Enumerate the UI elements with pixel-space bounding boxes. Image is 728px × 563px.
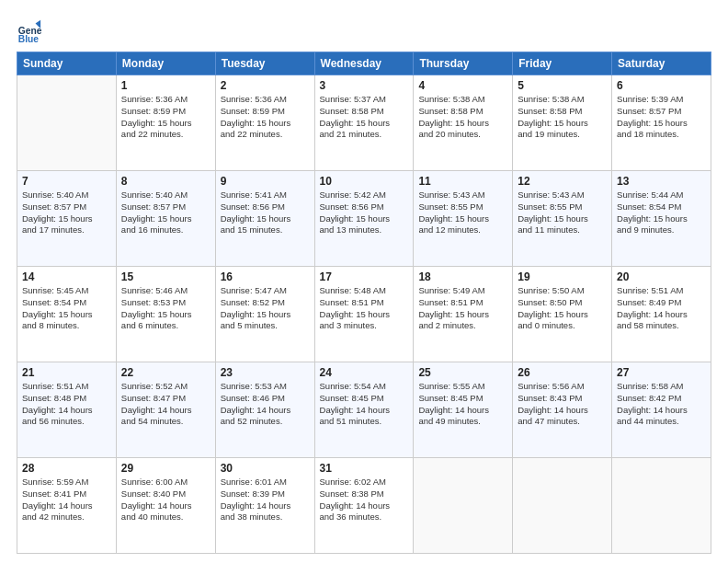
day-info: Sunrise: 5:43 AM Sunset: 8:55 PM Dayligh…	[518, 190, 607, 236]
calendar-cell	[513, 458, 612, 554]
calendar-cell: 9Sunrise: 5:41 AM Sunset: 8:56 PM Daylig…	[215, 171, 314, 267]
calendar-cell: 6Sunrise: 5:39 AM Sunset: 8:57 PM Daylig…	[612, 75, 711, 171]
calendar-cell: 26Sunrise: 5:56 AM Sunset: 8:43 PM Dayli…	[513, 362, 612, 458]
calendar-cell: 23Sunrise: 5:53 AM Sunset: 8:46 PM Dayli…	[215, 362, 314, 458]
day-number: 14	[22, 270, 111, 283]
day-number: 20	[617, 270, 706, 283]
day-number: 6	[617, 79, 706, 92]
day-info: Sunrise: 5:59 AM Sunset: 8:41 PM Dayligh…	[22, 477, 111, 523]
day-number: 2	[221, 79, 310, 92]
calendar-cell	[612, 458, 711, 554]
day-number: 1	[121, 79, 210, 92]
day-info: Sunrise: 5:52 AM Sunset: 8:47 PM Dayligh…	[121, 381, 210, 428]
day-number: 8	[121, 175, 210, 188]
day-number: 26	[518, 366, 607, 379]
calendar-cell: 1Sunrise: 5:36 AM Sunset: 8:59 PM Daylig…	[116, 75, 215, 171]
week-row-5: 28Sunrise: 5:59 AM Sunset: 8:41 PM Dayli…	[17, 458, 711, 554]
day-info: Sunrise: 5:43 AM Sunset: 8:55 PM Dayligh…	[418, 190, 507, 236]
day-info: Sunrise: 6:02 AM Sunset: 8:38 PM Dayligh…	[320, 477, 409, 523]
day-header-wednesday: Wednesday	[314, 52, 414, 75]
day-info: Sunrise: 5:50 AM Sunset: 8:50 PM Dayligh…	[518, 285, 607, 332]
calendar-cell: 12Sunrise: 5:43 AM Sunset: 8:55 PM Dayli…	[513, 171, 612, 267]
day-number: 23	[221, 366, 310, 379]
day-info: Sunrise: 5:39 AM Sunset: 8:57 PM Dayligh…	[617, 94, 706, 141]
day-info: Sunrise: 5:38 AM Sunset: 8:58 PM Dayligh…	[418, 94, 507, 141]
calendar-cell: 31Sunrise: 6:02 AM Sunset: 8:38 PM Dayli…	[314, 458, 414, 554]
day-header-monday: Monday	[116, 52, 215, 75]
day-info: Sunrise: 5:55 AM Sunset: 8:45 PM Dayligh…	[418, 381, 507, 428]
svg-text:Blue: Blue	[18, 34, 40, 42]
calendar-table: SundayMondayTuesdayWednesdayThursdayFrid…	[17, 52, 711, 554]
calendar-cell: 3Sunrise: 5:37 AM Sunset: 8:58 PM Daylig…	[314, 75, 414, 171]
day-info: Sunrise: 5:40 AM Sunset: 8:57 PM Dayligh…	[121, 190, 210, 236]
day-number: 22	[121, 366, 210, 379]
day-number: 10	[320, 175, 409, 188]
day-number: 30	[221, 462, 310, 475]
calendar-cell: 19Sunrise: 5:50 AM Sunset: 8:50 PM Dayli…	[513, 267, 612, 362]
calendar-cell: 18Sunrise: 5:49 AM Sunset: 8:51 PM Dayli…	[414, 267, 513, 362]
calendar-cell: 20Sunrise: 5:51 AM Sunset: 8:49 PM Dayli…	[612, 267, 711, 362]
day-info: Sunrise: 5:53 AM Sunset: 8:46 PM Dayligh…	[221, 381, 310, 428]
day-number: 13	[617, 175, 706, 188]
day-info: Sunrise: 5:36 AM Sunset: 8:59 PM Dayligh…	[221, 94, 310, 141]
day-header-friday: Friday	[513, 52, 612, 75]
day-info: Sunrise: 5:49 AM Sunset: 8:51 PM Dayligh…	[418, 285, 507, 332]
calendar-cell: 29Sunrise: 6:00 AM Sunset: 8:40 PM Dayli…	[116, 458, 215, 554]
day-header-sunday: Sunday	[17, 52, 117, 75]
day-info: Sunrise: 6:00 AM Sunset: 8:40 PM Dayligh…	[121, 477, 210, 523]
day-info: Sunrise: 5:58 AM Sunset: 8:42 PM Dayligh…	[617, 381, 706, 428]
day-number: 7	[22, 175, 111, 188]
day-info: Sunrise: 6:01 AM Sunset: 8:39 PM Dayligh…	[221, 477, 310, 523]
logo-icon: General Blue	[17, 17, 42, 42]
calendar-cell: 25Sunrise: 5:55 AM Sunset: 8:45 PM Dayli…	[414, 362, 513, 458]
day-info: Sunrise: 5:44 AM Sunset: 8:54 PM Dayligh…	[617, 190, 706, 236]
day-info: Sunrise: 5:54 AM Sunset: 8:45 PM Dayligh…	[320, 381, 409, 428]
day-info: Sunrise: 5:47 AM Sunset: 8:52 PM Dayligh…	[221, 285, 310, 332]
day-info: Sunrise: 5:38 AM Sunset: 8:58 PM Dayligh…	[518, 94, 607, 141]
calendar-cell: 30Sunrise: 6:01 AM Sunset: 8:39 PM Dayli…	[215, 458, 314, 554]
day-info: Sunrise: 5:40 AM Sunset: 8:57 PM Dayligh…	[22, 190, 111, 236]
day-info: Sunrise: 5:37 AM Sunset: 8:58 PM Dayligh…	[320, 94, 409, 141]
day-info: Sunrise: 5:45 AM Sunset: 8:54 PM Dayligh…	[22, 285, 111, 332]
calendar-cell: 8Sunrise: 5:40 AM Sunset: 8:57 PM Daylig…	[116, 171, 215, 267]
day-number: 25	[418, 366, 507, 379]
logo: General Blue	[17, 17, 46, 42]
calendar-cell: 24Sunrise: 5:54 AM Sunset: 8:45 PM Dayli…	[314, 362, 414, 458]
day-number: 29	[121, 462, 210, 475]
day-number: 16	[221, 270, 310, 283]
day-info: Sunrise: 5:36 AM Sunset: 8:59 PM Dayligh…	[121, 94, 210, 141]
day-info: Sunrise: 5:51 AM Sunset: 8:49 PM Dayligh…	[617, 285, 706, 332]
day-number: 27	[617, 366, 706, 379]
day-info: Sunrise: 5:56 AM Sunset: 8:43 PM Dayligh…	[518, 381, 607, 428]
day-number: 31	[320, 462, 409, 475]
day-info: Sunrise: 5:42 AM Sunset: 8:56 PM Dayligh…	[320, 190, 409, 236]
day-number: 12	[518, 175, 607, 188]
calendar-cell: 15Sunrise: 5:46 AM Sunset: 8:53 PM Dayli…	[116, 267, 215, 362]
week-row-2: 7Sunrise: 5:40 AM Sunset: 8:57 PM Daylig…	[17, 171, 711, 267]
calendar-cell: 16Sunrise: 5:47 AM Sunset: 8:52 PM Dayli…	[215, 267, 314, 362]
day-header-thursday: Thursday	[414, 52, 513, 75]
day-number: 24	[320, 366, 409, 379]
day-header-saturday: Saturday	[612, 52, 711, 75]
day-number: 9	[221, 175, 310, 188]
calendar-cell: 7Sunrise: 5:40 AM Sunset: 8:57 PM Daylig…	[17, 171, 117, 267]
day-number: 15	[121, 270, 210, 283]
day-number: 11	[418, 175, 507, 188]
calendar-cell	[17, 75, 117, 171]
calendar-cell: 10Sunrise: 5:42 AM Sunset: 8:56 PM Dayli…	[314, 171, 414, 267]
day-number: 3	[320, 79, 409, 92]
day-number: 19	[518, 270, 607, 283]
calendar-cell: 5Sunrise: 5:38 AM Sunset: 8:58 PM Daylig…	[513, 75, 612, 171]
day-info: Sunrise: 5:46 AM Sunset: 8:53 PM Dayligh…	[121, 285, 210, 332]
calendar-cell: 14Sunrise: 5:45 AM Sunset: 8:54 PM Dayli…	[17, 267, 117, 362]
day-number: 17	[320, 270, 409, 283]
calendar-cell: 22Sunrise: 5:52 AM Sunset: 8:47 PM Dayli…	[116, 362, 215, 458]
day-header-tuesday: Tuesday	[215, 52, 314, 75]
day-info: Sunrise: 5:41 AM Sunset: 8:56 PM Dayligh…	[221, 190, 310, 236]
calendar-cell: 17Sunrise: 5:48 AM Sunset: 8:51 PM Dayli…	[314, 267, 414, 362]
calendar-cell: 21Sunrise: 5:51 AM Sunset: 8:48 PM Dayli…	[17, 362, 117, 458]
calendar-cell: 13Sunrise: 5:44 AM Sunset: 8:54 PM Dayli…	[612, 171, 711, 267]
calendar-cell	[414, 458, 513, 554]
calendar-cell: 28Sunrise: 5:59 AM Sunset: 8:41 PM Dayli…	[17, 458, 117, 554]
day-number: 18	[418, 270, 507, 283]
